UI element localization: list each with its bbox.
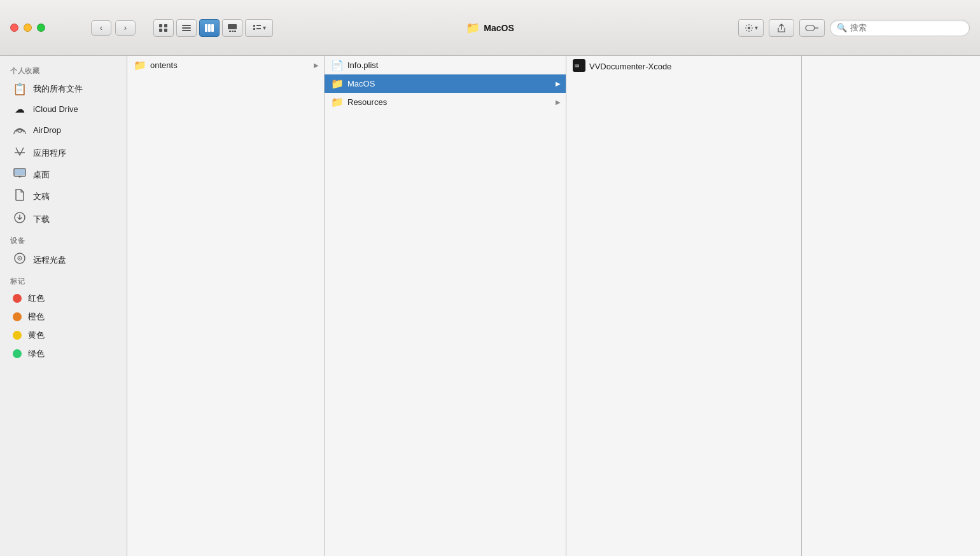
svg-rect-2 xyxy=(159,29,162,32)
window-title-area: 📁 MacOS xyxy=(466,21,514,35)
column-item-contents[interactable]: 📁 ontents ▶ xyxy=(127,56,324,74)
remote-disc-icon xyxy=(13,252,27,268)
svg-rect-14 xyxy=(253,25,255,27)
sidebar-item-remote-disc-label: 远程光盘 xyxy=(33,254,66,266)
column-item-resources[interactable]: 📁 Resources ▶ xyxy=(325,93,566,111)
toolbar-right: ▾ 🔍 xyxy=(738,19,970,37)
macos-arrow-icon: ▶ xyxy=(556,80,561,87)
close-button[interactable] xyxy=(10,24,18,32)
svg-rect-3 xyxy=(164,29,167,32)
column-view-button[interactable] xyxy=(199,19,220,37)
nav-buttons: ‹ › xyxy=(91,20,136,36)
contents-folder-icon: 📁 xyxy=(134,59,146,71)
column-contents: 📁 ontents ▶ xyxy=(127,56,325,556)
column-item-contents-label: ontents xyxy=(150,60,178,70)
sidebar-item-tag-red[interactable]: 红色 xyxy=(3,289,124,307)
minimize-button[interactable] xyxy=(24,24,32,32)
svg-rect-5 xyxy=(182,27,191,29)
tag-orange-dot xyxy=(13,312,22,321)
sidebar-item-applications[interactable]: 应用程序 xyxy=(3,142,124,164)
desktop-icon xyxy=(13,168,27,181)
window-controls xyxy=(10,24,45,32)
info-plist-icon: 📄 xyxy=(331,59,344,71)
svg-rect-6 xyxy=(182,30,191,31)
all-files-icon: 📋 xyxy=(13,82,27,96)
sidebar-item-airdrop-label: AirDrop xyxy=(33,125,61,135)
icloud-icon: ☁ xyxy=(13,103,27,115)
sidebar-item-remote-disc[interactable]: 远程光盘 xyxy=(3,249,124,271)
column-item-info-plist[interactable]: 📄 Info.plist xyxy=(325,56,566,74)
group-view-button[interactable]: ▾ xyxy=(245,19,273,37)
column-item-vvdocumenter[interactable]: ⌨ VVDocumenter-Xcode xyxy=(566,56,801,77)
column-item-resources-label: Resources xyxy=(347,97,387,107)
sidebar-item-documents[interactable]: 文稿 xyxy=(3,185,124,207)
applications-icon xyxy=(13,145,27,161)
resources-arrow-icon: ▶ xyxy=(556,99,561,106)
titlebar: ‹ › xyxy=(0,0,980,56)
column-macos-parent: 📄 Info.plist 📁 MacOS ▶ 📁 Resources ▶ xyxy=(325,56,566,556)
sidebar: 个人收藏 📋 我的所有文件 ☁ iCloud Drive AirDrop xyxy=(0,56,127,556)
search-icon: 🔍 xyxy=(837,23,847,32)
airdrop-icon xyxy=(13,122,27,138)
sidebar-item-desktop-label: 桌面 xyxy=(33,169,50,181)
svg-rect-9 xyxy=(211,24,214,32)
sidebar-item-applications-label: 应用程序 xyxy=(33,148,66,159)
sidebar-item-downloads[interactable]: 下载 xyxy=(3,208,124,230)
svg-rect-22 xyxy=(15,169,25,175)
svg-rect-19 xyxy=(806,25,815,31)
contents-arrow-icon: ▶ xyxy=(314,62,319,69)
svg-rect-4 xyxy=(182,25,191,26)
empty-area xyxy=(802,56,980,556)
resources-folder-icon: 📁 xyxy=(331,96,344,108)
sidebar-item-documents-label: 文稿 xyxy=(33,191,50,202)
downloads-icon xyxy=(13,211,27,227)
sidebar-item-icloud-drive[interactable]: ☁ iCloud Drive xyxy=(3,100,124,118)
share-button[interactable] xyxy=(769,19,794,37)
svg-point-28 xyxy=(19,258,20,259)
vvdocumenter-icon: ⌨ xyxy=(573,59,585,74)
svg-rect-8 xyxy=(208,24,211,32)
sidebar-section-devices: 设备 xyxy=(0,231,127,248)
sidebar-item-tag-green-label: 绿色 xyxy=(28,348,45,359)
sidebar-section-personal: 个人收藏 xyxy=(0,61,127,78)
svg-rect-12 xyxy=(232,31,234,32)
icon-view-button[interactable] xyxy=(153,19,174,37)
sidebar-item-tag-yellow-label: 黄色 xyxy=(28,330,45,341)
search-input[interactable] xyxy=(850,23,963,32)
svg-rect-10 xyxy=(228,24,237,29)
svg-point-18 xyxy=(748,27,750,29)
forward-button[interactable]: › xyxy=(115,20,136,36)
gallery-view-button[interactable] xyxy=(222,19,242,37)
column-vvdocumenter: ⌨ VVDocumenter-Xcode xyxy=(566,56,802,556)
sidebar-item-airdrop[interactable]: AirDrop xyxy=(3,119,124,141)
sidebar-item-all-files-label: 我的所有文件 xyxy=(33,83,83,95)
macos-folder-icon: 📁 xyxy=(331,78,344,90)
svg-rect-15 xyxy=(253,28,255,30)
sidebar-item-tag-yellow[interactable]: 黄色 xyxy=(3,326,124,344)
title-folder-icon: 📁 xyxy=(466,21,480,35)
settings-button[interactable]: ▾ xyxy=(738,19,764,37)
sidebar-item-tag-green[interactable]: 绿色 xyxy=(3,345,124,363)
search-box[interactable]: 🔍 xyxy=(830,20,970,36)
sidebar-item-icloud-label: iCloud Drive xyxy=(33,104,78,114)
column-browser: 📁 ontents ▶ 📄 Info.plist 📁 MacOS ▶ 📁 Res… xyxy=(127,56,980,556)
list-view-button[interactable] xyxy=(176,19,197,37)
tags-button[interactable] xyxy=(799,19,825,37)
documents-icon xyxy=(13,188,27,204)
sidebar-item-all-files[interactable]: 📋 我的所有文件 xyxy=(3,79,124,99)
tag-green-dot xyxy=(13,349,22,358)
view-buttons: ▾ xyxy=(153,19,273,37)
column-item-macos[interactable]: 📁 MacOS ▶ xyxy=(325,74,566,93)
back-button[interactable]: ‹ xyxy=(91,20,111,36)
sidebar-item-desktop[interactable]: 桌面 xyxy=(3,165,124,184)
svg-rect-17 xyxy=(256,28,261,29)
svg-rect-1 xyxy=(164,24,167,27)
sidebar-item-tag-orange-label: 橙色 xyxy=(28,311,45,323)
svg-rect-0 xyxy=(159,24,162,27)
tag-red-dot xyxy=(13,294,22,303)
column-item-macos-label: MacOS xyxy=(347,79,375,88)
sidebar-item-tag-orange[interactable]: 橙色 xyxy=(3,308,124,326)
svg-text:⌨: ⌨ xyxy=(575,62,579,71)
tag-yellow-dot xyxy=(13,331,22,340)
maximize-button[interactable] xyxy=(37,24,45,32)
